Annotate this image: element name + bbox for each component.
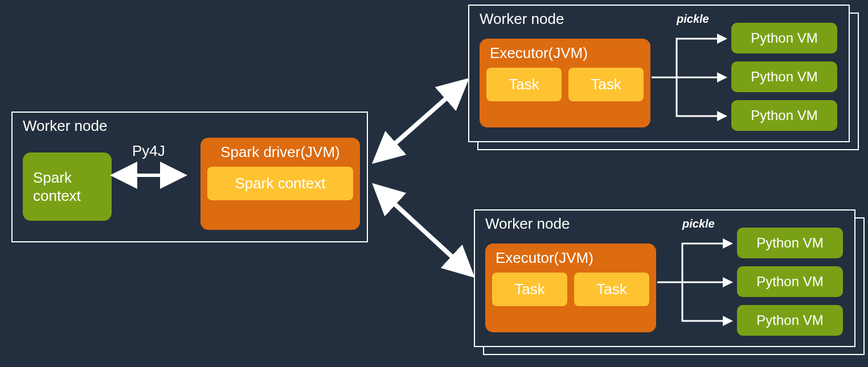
executor-jvm: Executor(JVM) Task Task xyxy=(480,39,650,127)
executor-title: Executor(JVM) xyxy=(496,249,649,267)
task-box: Task xyxy=(568,68,644,101)
python-vm: Python VM xyxy=(737,228,843,258)
python-vm: Python VM xyxy=(731,100,837,131)
spark-driver-jvm: Spark driver(JVM) Spark context xyxy=(200,138,360,230)
python-vm: Python VM xyxy=(731,61,837,92)
driver-worker-node: Worker node Spark context Py4J Spark dri… xyxy=(11,112,368,242)
executor-jvm: Executor(JVM) Task Task xyxy=(485,244,656,332)
svg-line-10 xyxy=(377,188,470,273)
svg-line-9 xyxy=(377,83,464,159)
worker-node-title: Worker node xyxy=(23,117,357,135)
driver-to-workers-arrows xyxy=(365,74,484,290)
task-box: Task xyxy=(574,273,649,306)
worker-node-bottom: Worker node Executor(JVM) Task Task pick… xyxy=(474,209,855,347)
fanout-arrows-top xyxy=(652,23,731,131)
spark-context-jvm: Spark context xyxy=(207,167,353,200)
task-box: Task xyxy=(492,273,567,306)
spark-context-python-label: Spark context xyxy=(33,168,101,205)
executor-title: Executor(JVM) xyxy=(490,44,644,62)
worker-node-top: Worker node Executor(JVM) Task Task pick… xyxy=(468,5,850,142)
py4j-arrow xyxy=(111,170,186,180)
fanout-arrows-bottom xyxy=(657,228,737,336)
spark-driver-title: Spark driver(JVM) xyxy=(207,143,353,161)
py4j-label: Py4J xyxy=(132,142,165,160)
spark-context-python: Spark context xyxy=(23,152,112,221)
task-row: Task Task xyxy=(492,273,649,306)
python-vm: Python VM xyxy=(737,305,843,336)
python-vm: Python VM xyxy=(737,266,843,297)
task-box: Task xyxy=(486,68,562,101)
python-vm: Python VM xyxy=(731,23,837,53)
task-row: Task Task xyxy=(486,68,644,101)
